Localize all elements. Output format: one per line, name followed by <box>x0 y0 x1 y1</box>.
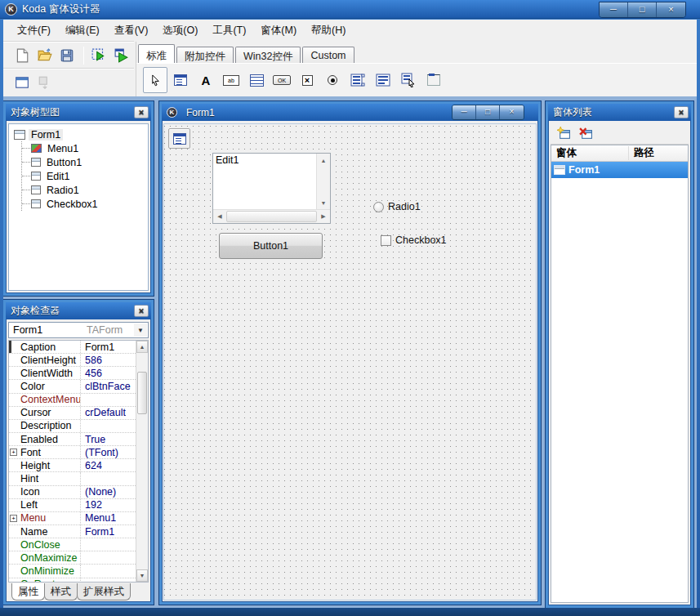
button1-control[interactable]: Button1 <box>219 233 323 259</box>
maximize-button[interactable]: □ <box>476 105 500 119</box>
property-row-onclose[interactable]: OnClose <box>9 538 136 551</box>
label-tool-button[interactable]: A <box>194 67 218 93</box>
minimize-button[interactable]: ─ <box>600 2 628 17</box>
form-icon <box>14 130 25 140</box>
expand-icon[interactable]: + <box>10 449 17 456</box>
radio-tool-button[interactable] <box>320 67 345 93</box>
scroll-down-icon[interactable]: ▼ <box>317 196 330 209</box>
edit-vertical-scrollbar[interactable]: ▲ ▼ <box>316 154 330 209</box>
button-tool-button[interactable]: OK <box>270 67 294 93</box>
align-toolbar-button[interactable] <box>34 72 56 93</box>
form-design-surface[interactable]: Edit1 ▲ ▼ ◀ ▶ Button1 <box>163 123 537 600</box>
minimize-button[interactable]: ─ <box>453 105 476 119</box>
checkbox-icon: × <box>302 75 313 86</box>
menu-file[interactable]: 文件(F) <box>10 20 58 41</box>
tab-properties[interactable]: 属性 <box>11 583 45 600</box>
property-row-onminimize[interactable]: OnMinimize <box>9 565 136 578</box>
scrollbar-thumb[interactable] <box>137 372 147 414</box>
property-row-icon[interactable]: Icon (None) <box>9 486 136 499</box>
groupbox-tool-button[interactable] <box>421 67 446 93</box>
tab-additional[interactable]: 附加控件 <box>176 47 234 63</box>
memo-tool-button[interactable] <box>244 67 269 93</box>
object-selector[interactable]: Form1 TAForm ▼ <box>8 322 149 338</box>
form-list-close-button[interactable]: × <box>674 106 689 118</box>
property-row-onmaximize[interactable]: OnMaximize <box>9 551 136 565</box>
property-row-hint[interactable]: Hint <box>9 472 136 485</box>
tab-style[interactable]: 样式 <box>44 583 78 600</box>
save-button[interactable] <box>57 45 78 66</box>
run-dialog-button[interactable] <box>88 45 109 66</box>
scroll-up-icon[interactable]: ▲ <box>317 154 330 167</box>
scroll-up-icon[interactable]: ▲ <box>136 341 148 353</box>
property-row-onrestore[interactable]: OnRestore <box>9 578 136 583</box>
property-row-name[interactable]: Name Form1 <box>9 525 136 538</box>
column-path[interactable]: 路径 <box>629 146 654 160</box>
inspector-scrollbar[interactable]: ▲ ▼ <box>136 341 148 582</box>
tab-extended-style[interactable]: 扩展样式 <box>77 583 131 600</box>
menu-options[interactable]: 选项(O) <box>155 20 205 41</box>
scrollbar-thumb[interactable] <box>226 211 317 222</box>
checkbox1-control[interactable]: Checkbox1 <box>381 234 447 246</box>
checkbox-tool-button[interactable]: × <box>295 67 319 93</box>
combobox-tool-button[interactable] <box>371 67 395 93</box>
radio1-control[interactable]: Radio1 <box>373 201 421 212</box>
menu-view[interactable]: 查看(V) <box>107 20 156 41</box>
property-row-menu[interactable]: Menu+ Menu1 <box>9 512 136 525</box>
property-row-color[interactable]: Color clBtnFace <box>9 380 136 393</box>
property-row-height[interactable]: Height 624 <box>9 459 136 472</box>
chevron-down-icon[interactable]: ▼ <box>134 324 147 337</box>
listbox-tool-button[interactable] <box>346 67 370 93</box>
cursor-tool-button[interactable] <box>143 67 167 93</box>
listbox-icon <box>350 74 365 87</box>
menu-tool-button[interactable] <box>168 67 193 93</box>
menu-form[interactable]: 窗体(M) <box>253 20 304 41</box>
expand-icon[interactable]: + <box>10 515 17 522</box>
property-row-description[interactable]: Description <box>9 420 136 433</box>
run-button[interactable] <box>111 45 132 66</box>
edit-tool-button[interactable]: ab <box>219 67 243 93</box>
new-form-button[interactable] <box>554 125 573 143</box>
new-button[interactable] <box>11 45 33 66</box>
close-button[interactable]: × <box>500 105 524 119</box>
scroll-down-icon[interactable]: ▼ <box>136 569 148 582</box>
object-tree: Form1 Menu1 Button1 Edit1 <box>8 123 149 291</box>
new-form-toolbar-button[interactable] <box>11 72 33 93</box>
delete-form-button[interactable] <box>576 125 595 143</box>
property-row-contextmenu[interactable]: ContextMenu <box>9 394 136 407</box>
edit1-control[interactable]: Edit1 ▲ ▼ ◀ ▶ <box>212 153 331 224</box>
close-button[interactable]: × <box>657 2 685 17</box>
inspector-close-button[interactable]: × <box>134 305 149 317</box>
property-row-caption[interactable]: Caption Form1 <box>9 341 136 354</box>
tab-win32[interactable]: Win32控件 <box>235 47 301 63</box>
property-row-clientheight[interactable]: ClientHeight 586 <box>9 354 136 367</box>
tree-item-edit1[interactable]: Edit1 <box>22 169 146 183</box>
tab-standard[interactable]: 标准 <box>138 44 175 63</box>
radio-icon <box>328 75 337 85</box>
listview-tool-button[interactable] <box>396 67 421 93</box>
scroll-right-icon[interactable]: ▶ <box>317 210 330 223</box>
object-inspector-panel: 对象检查器 × Form1 TAForm ▼ Caption Form1 <box>3 300 154 605</box>
column-form[interactable]: 窗体 <box>551 146 629 160</box>
property-row-left[interactable]: Left 192 <box>9 499 136 512</box>
property-row-cursor[interactable]: Cursor crDefault <box>9 407 136 420</box>
tree-item-radio1[interactable]: Radio1 <box>22 183 146 197</box>
edit-horizontal-scrollbar[interactable]: ◀ ▶ <box>213 209 330 223</box>
tree-item-form1[interactable]: Form1 <box>14 127 146 141</box>
property-row-font[interactable]: Font+ (TFont) <box>9 446 136 459</box>
open-button[interactable] <box>34 45 56 66</box>
menu-editor-icon <box>174 74 187 86</box>
menu-edit[interactable]: 编辑(E) <box>58 20 107 41</box>
menu-tools[interactable]: 工具(T) <box>205 20 253 41</box>
form-list-row-form1[interactable]: Form1 <box>551 162 688 178</box>
tree-item-button1[interactable]: Button1 <box>22 155 146 169</box>
tree-item-menu1[interactable]: Menu1 <box>22 141 146 155</box>
tab-custom[interactable]: Custom <box>302 47 354 63</box>
menu-help[interactable]: 帮助(H) <box>304 20 353 41</box>
object-tree-close-button[interactable]: × <box>134 106 149 118</box>
property-row-enabled[interactable]: Enabled True <box>9 433 136 446</box>
tree-item-checkbox1[interactable]: Checkbox1 <box>22 197 146 211</box>
scroll-left-icon[interactable]: ◀ <box>213 210 226 223</box>
property-row-clientwidth[interactable]: ClientWidth 456 <box>9 367 136 380</box>
maximize-button[interactable]: □ <box>628 2 657 17</box>
form-menu-component[interactable] <box>168 128 190 149</box>
